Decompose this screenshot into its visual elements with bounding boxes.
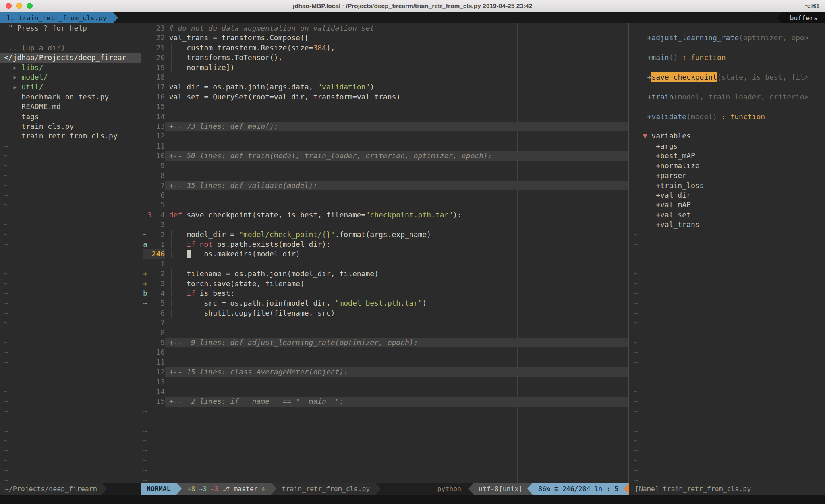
tag-item[interactable]: +best_mAP (629, 151, 825, 161)
buffer-tabline: 1. train_retr_from_cls.py buffers (0, 12, 825, 23)
tagbar-panel[interactable]: +adjust_learning_rate(optimizer, epo> +m… (629, 23, 825, 483)
tag-item[interactable]: +train(model, train_loader, criterio> (629, 92, 825, 102)
code-line[interactable]: 20│ transforms.ToTensor(), (141, 53, 629, 62)
tag-item[interactable]: +validate(model) : function (629, 112, 825, 122)
tag-item[interactable]: +normalize (629, 161, 825, 171)
empty-line-tilde: ~ (141, 475, 629, 483)
zoom-button[interactable] (27, 3, 33, 9)
code-line[interactable]: 16val_set = QuerySet(root=val_dir, trans… (141, 92, 629, 102)
empty-line-tilde: ~ (629, 416, 825, 426)
tree-item[interactable]: ▸ libs/ (0, 63, 141, 72)
empty-line-tilde: ~ (629, 259, 825, 269)
code-line[interactable]: +2│ filename = os.path.join(model_dir, f… (141, 269, 629, 279)
tag-item[interactable] (629, 43, 825, 53)
code-line[interactable]: _34def save_checkpoint(state, is_best, f… (141, 210, 629, 220)
code-line[interactable]: 14 (141, 387, 629, 397)
code-line[interactable]: 5 (141, 200, 629, 210)
code-line[interactable]: 6 (141, 190, 629, 200)
file-tree-panel[interactable]: " Press ? for help .. (up a dir)</jdhao/… (0, 23, 141, 483)
folded-code-line[interactable]: 7+-- 35 lines: def validate(model): (141, 181, 629, 190)
tag-item[interactable] (629, 122, 825, 131)
empty-line-tilde: ~ (141, 456, 629, 465)
buffer-tab[interactable]: 1. train_retr_from_cls.py (0, 12, 113, 23)
tree-item[interactable]: train_cls.py (0, 122, 141, 131)
code-line[interactable]: 22val_trans = transforms.Compose([ (141, 33, 629, 43)
code-line[interactable]: 246│ os.makedirs(model_dir) (141, 249, 629, 259)
tree-item[interactable]: .. (up a dir) (0, 43, 141, 53)
code-line[interactable]: 21│ custom_transform.Resize(size=384), (141, 43, 629, 53)
folded-code-line[interactable]: 13+-- 73 lines: def main(): (141, 122, 629, 131)
tag-item[interactable] (629, 23, 825, 33)
folded-code-line[interactable]: 9+-- 9 lines: def adjust_learning_rate(o… (141, 338, 629, 347)
tree-item[interactable]: ▸ model/ (0, 72, 141, 82)
empty-line-tilde: ~ (629, 249, 825, 259)
tree-item[interactable] (0, 33, 141, 43)
macos-titlebar: jdhao-MBP.local ~/Projects/deep_firearm/… (0, 0, 825, 12)
tag-item[interactable]: +val_trans (629, 220, 825, 229)
code-line[interactable]: +3│ torch.save(state, filename) (141, 279, 629, 289)
tag-item[interactable] (629, 63, 825, 72)
code-line[interactable]: 10 (141, 347, 629, 357)
code-line[interactable]: 6│ │ shutil.copyfile(filename, src) (141, 308, 629, 318)
code-line[interactable]: 13 (141, 377, 629, 387)
tag-item[interactable]: +val_dir (629, 190, 825, 200)
minimize-button[interactable] (16, 3, 22, 9)
git-modified-count: ~3 (199, 485, 207, 493)
empty-line-tilde: ~ (0, 289, 141, 298)
warning-arrow (624, 483, 629, 495)
code-line[interactable]: 23# do not do data augmentation on valid… (141, 23, 629, 33)
code-line[interactable]: ~2│ model_dir = "model/check_point/{}".f… (141, 230, 629, 240)
code-line[interactable]: 8 (141, 328, 629, 338)
code-line[interactable]: 12 (141, 131, 629, 141)
tag-item[interactable]: +save_checkpoint(state, is_best, fil> (629, 72, 825, 82)
code-line[interactable]: ~5│ │ src = os.path.join(model_dir, "mod… (141, 298, 629, 308)
tag-item[interactable]: +val_set (629, 210, 825, 220)
folded-code-line[interactable]: 10+-- 50 lines: def train(model, train_l… (141, 151, 629, 161)
folded-code-line[interactable]: 12+-- 15 lines: class AverageMeter(objec… (141, 367, 629, 377)
code-line[interactable]: b4│ if is_best: (141, 289, 629, 298)
code-line[interactable]: 1 (141, 259, 629, 269)
editor-panel[interactable]: 23# do not do data augmentation on valid… (141, 23, 629, 483)
tree-item[interactable]: </jdhao/Projects/deep_firear (0, 53, 141, 62)
code-line[interactable]: a1│ if not os.path.exists(model_dir): (141, 240, 629, 249)
code-line[interactable]: 11 (141, 141, 629, 151)
tag-item[interactable]: +parser (629, 171, 825, 180)
tag-item[interactable]: +args (629, 141, 825, 151)
tag-item[interactable]: ▼ variables (629, 131, 825, 141)
tag-item[interactable]: +train_loss (629, 181, 825, 190)
code-line[interactable]: 17val_dir = os.path.join(args.data, "val… (141, 82, 629, 92)
tag-item[interactable] (629, 82, 825, 92)
tree-item[interactable]: train_retr_from_cls.py (0, 131, 141, 141)
command-line[interactable] (0, 495, 825, 504)
empty-line-tilde: ~ (0, 357, 141, 367)
folded-code-line[interactable]: 15+-- 2 lines: if __name__ == "__main__"… (141, 397, 629, 406)
empty-line-tilde: ~ (629, 367, 825, 377)
code-line[interactable]: 3 (141, 220, 629, 229)
tag-item[interactable]: +adjust_learning_rate(optimizer, epo> (629, 33, 825, 43)
tag-item[interactable] (629, 102, 825, 112)
empty-line-tilde: ~ (629, 436, 825, 446)
tree-item[interactable]: " Press ? for help (0, 23, 141, 33)
code-line[interactable]: 8 (141, 171, 629, 180)
tree-item[interactable]: tags (0, 112, 141, 122)
empty-line-tilde: ~ (629, 308, 825, 318)
git-dirty-flag: ⚡ (261, 485, 265, 493)
close-button[interactable] (6, 3, 12, 9)
code-line[interactable]: 14 (141, 112, 629, 122)
code-line[interactable]: 15 (141, 102, 629, 112)
tag-item[interactable]: +val_mAP (629, 200, 825, 210)
powerline-arrow (102, 483, 107, 495)
tree-item[interactable]: benchmark_on_test.py (0, 92, 141, 102)
tag-item[interactable]: +main() : function (629, 53, 825, 62)
empty-line-tilde: ~ (0, 367, 141, 377)
code-line[interactable]: 7 (141, 318, 629, 328)
code-line[interactable]: 11 (141, 357, 629, 367)
code-line[interactable]: 9 (141, 161, 629, 171)
empty-line-tilde: ~ (0, 465, 141, 475)
code-line[interactable]: 18 (141, 72, 629, 82)
tree-item[interactable]: ▸ util/ (0, 82, 141, 92)
tree-item[interactable]: README.md (0, 102, 141, 112)
code-line[interactable]: 19│ normalize]) (141, 63, 629, 72)
empty-line-tilde: ~ (629, 397, 825, 406)
window-separator (628, 23, 629, 483)
